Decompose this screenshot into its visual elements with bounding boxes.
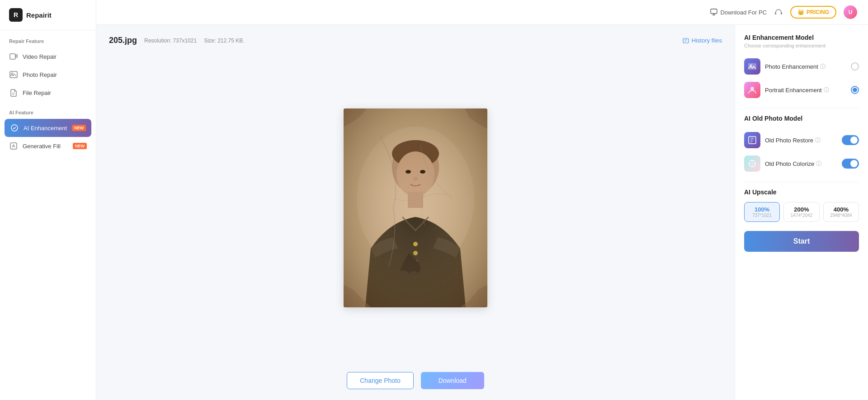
main-content: Download For PC 👑 PRICING U 205.jpg Reso… — [96, 0, 868, 400]
divider-1 — [744, 108, 859, 108]
upscale-400-pct: 400% — [826, 206, 857, 213]
portrait-enhancement-option[interactable]: Portrait Enhancement ⓘ — [744, 78, 859, 102]
video-repair-label: Video Repair — [23, 53, 57, 60]
file-resolution: Resolution: 737x1021 — [144, 38, 197, 44]
sidebar-item-video-repair[interactable]: Video Repair — [0, 47, 96, 66]
svg-rect-7 — [781, 12, 782, 14]
sidebar: R Repairit Repair Feature Video Repair P… — [0, 0, 96, 400]
photo-repair-icon — [9, 70, 18, 79]
photo-container — [109, 52, 722, 363]
upscale-400-button[interactable]: 400% 2948*4084 — [823, 202, 859, 222]
old-photo-colorize-toggle[interactable] — [842, 159, 859, 169]
logo-icon: R — [9, 8, 23, 22]
avatar-initials: U — [849, 9, 853, 15]
old-photo-colorize-option[interactable]: Old Photo Colorize ⓘ — [744, 152, 859, 175]
svg-point-19 — [406, 170, 411, 174]
svg-rect-8 — [683, 38, 689, 43]
generative-fill-new-badge: NEW — [73, 143, 87, 149]
headset-button[interactable] — [774, 8, 783, 17]
file-name: 205.jpg — [109, 36, 137, 45]
pricing-label: PRICING — [807, 9, 829, 15]
svg-point-2 — [11, 73, 13, 75]
photo-enhancement-icon — [744, 58, 760, 75]
photo-enhancement-info-icon[interactable]: ⓘ — [820, 63, 826, 71]
enhancement-model-subtitle: Choose corresponding enhancement — [744, 43, 859, 48]
svg-rect-5 — [711, 9, 717, 14]
user-avatar[interactable]: U — [844, 5, 857, 19]
svg-rect-6 — [775, 12, 776, 14]
crown-icon: 👑 — [797, 9, 804, 15]
photo-svg — [344, 108, 487, 307]
photo-enhancement-option[interactable]: Photo Enhancement ⓘ — [744, 55, 859, 78]
video-repair-icon — [9, 52, 18, 61]
portrait-enhancement-info-icon[interactable]: ⓘ — [824, 86, 829, 94]
old-photo-restore-toggle[interactable] — [842, 135, 859, 145]
download-button[interactable]: Download — [421, 372, 484, 389]
pricing-button[interactable]: 👑 PRICING — [790, 6, 836, 19]
upscale-200-pct: 200% — [786, 206, 817, 213]
svg-point-20 — [420, 170, 425, 174]
svg-rect-18 — [344, 108, 487, 307]
portrait-enhancement-radio[interactable] — [851, 86, 859, 94]
file-size: Size: 212.75 KB. — [204, 38, 244, 44]
old-photo-restore-icon — [744, 132, 760, 148]
portrait-enhancement-label: Portrait Enhancement ⓘ — [765, 86, 846, 94]
topbar: Download For PC 👑 PRICING U — [96, 0, 868, 25]
svg-rect-4 — [10, 143, 17, 149]
upscale-200-dim: 1474*2042 — [786, 213, 817, 218]
divider-2 — [744, 182, 859, 182]
upscale-options: 100% 737*1021 200% 1474*2042 400% 2948*4… — [744, 202, 859, 222]
sidebar-item-generative-fill[interactable]: Generative Fill NEW — [0, 137, 96, 155]
file-repair-icon — [9, 88, 18, 97]
app-logo: R Repairit — [0, 0, 96, 30]
ai-feature-label: AI Feature — [0, 102, 96, 119]
sidebar-item-photo-repair[interactable]: Photo Repair — [0, 66, 96, 84]
svg-point-23 — [750, 87, 754, 90]
old-photo-colorize-label: Old Photo Colorize ⓘ — [765, 160, 837, 168]
photo-enhancement-label: Photo Enhancement ⓘ — [765, 63, 846, 71]
history-icon — [683, 38, 689, 44]
svg-rect-1 — [10, 71, 17, 78]
monitor-icon — [710, 9, 717, 16]
upscale-100-button[interactable]: 100% 737*1021 — [744, 202, 780, 222]
repair-feature-label: Repair Feature — [0, 30, 96, 47]
start-button[interactable]: Start — [744, 231, 859, 252]
download-for-pc-label: Download For PC — [720, 9, 767, 16]
upscale-title: AI Upscale — [744, 188, 859, 196]
upscale-400-dim: 2948*4084 — [826, 213, 857, 218]
content-area: 205.jpg Resolution: 737x1021 Size: 212.7… — [96, 25, 868, 400]
old-photo-restore-option[interactable]: Old Photo Restore ⓘ — [744, 128, 859, 152]
portrait-enhancement-icon — [744, 82, 760, 98]
generative-fill-icon — [9, 141, 18, 151]
old-photo-restore-label: Old Photo Restore ⓘ — [765, 136, 837, 144]
history-files-label: History files — [692, 37, 722, 44]
old-photo-colorize-icon — [744, 155, 760, 172]
upscale-100-pct: 100% — [746, 206, 778, 213]
upscale-100-dim: 737*1021 — [746, 213, 778, 218]
svg-rect-0 — [10, 54, 15, 59]
ai-enhancement-icon — [10, 123, 19, 132]
history-files-button[interactable]: History files — [683, 37, 722, 44]
ai-enhancement-label: AI Enhancement — [24, 125, 67, 132]
ai-enhancement-new-badge: NEW — [72, 125, 86, 131]
right-panel: AI Enhancement Model Choose correspondin… — [735, 25, 868, 400]
action-bar: Change Photo Download — [109, 363, 722, 389]
change-photo-button[interactable]: Change Photo — [347, 372, 414, 389]
photo-enhancement-radio[interactable] — [851, 62, 859, 71]
app-name: Repairit — [26, 11, 52, 19]
old-photo-restore-info-icon[interactable]: ⓘ — [815, 136, 821, 144]
sidebar-item-file-repair[interactable]: File Repair — [0, 84, 96, 102]
file-repair-label: File Repair — [23, 89, 51, 96]
enhancement-model-title: AI Enhancement Model — [744, 34, 859, 41]
download-for-pc-button[interactable]: Download For PC — [710, 9, 767, 16]
photo-frame — [344, 108, 487, 307]
file-info: 205.jpg Resolution: 737x1021 Size: 212.7… — [109, 36, 722, 45]
generative-fill-label: Generative Fill — [23, 143, 61, 150]
photo-repair-label: Photo Repair — [23, 71, 57, 78]
upscale-200-button[interactable]: 200% 1474*2042 — [783, 202, 819, 222]
sidebar-item-ai-enhancement[interactable]: AI Enhancement NEW — [5, 119, 91, 137]
workspace: 205.jpg Resolution: 737x1021 Size: 212.7… — [96, 25, 735, 400]
old-photo-colorize-info-icon[interactable]: ⓘ — [816, 160, 821, 168]
old-photo-model-title: AI Old Photo Model — [744, 115, 859, 122]
